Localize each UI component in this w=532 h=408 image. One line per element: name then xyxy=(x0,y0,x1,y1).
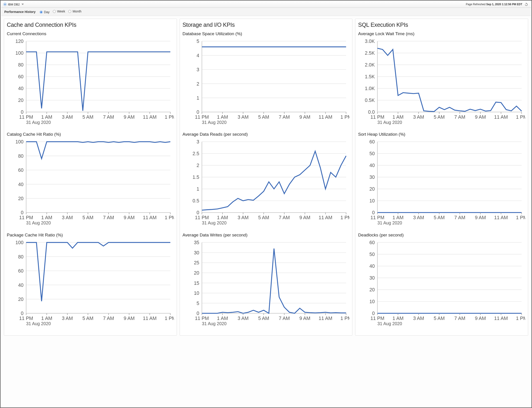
svg-text:9 AM: 9 AM xyxy=(475,114,486,120)
svg-text:40: 40 xyxy=(18,86,24,91)
svg-text:31 Aug 2020: 31 Aug 2020 xyxy=(26,220,51,225)
chart-block-catalog_hit: Catalog Cache Hit Ratio (%)0204060801001… xyxy=(7,132,174,228)
svg-text:11 AM: 11 AM xyxy=(319,114,332,120)
period-radio-week[interactable]: Week xyxy=(53,9,65,13)
chart-block-curr_conn: Current Connections02040608010012011 PM1… xyxy=(7,31,174,128)
svg-text:1 PM: 1 PM xyxy=(516,114,525,120)
svg-text:11 AM: 11 AM xyxy=(494,215,508,220)
filter-label: Performance History xyxy=(4,10,36,14)
svg-text:9 AM: 9 AM xyxy=(124,114,135,120)
chart-block-db_space: Database Space Utilization (%)01234511 P… xyxy=(183,31,350,128)
chart-title: Average Data Writes (per second) xyxy=(183,233,350,238)
svg-text:3 AM: 3 AM xyxy=(413,215,424,220)
top-bar: IBM DB2 Page Refreshed Sep 1, 2020 1:12:… xyxy=(1,1,531,8)
svg-text:100: 100 xyxy=(16,240,24,245)
svg-text:1: 1 xyxy=(196,95,199,101)
chart-title: Catalog Cache Hit Ratio (%) xyxy=(7,132,174,137)
svg-text:5: 5 xyxy=(196,39,199,44)
svg-text:1 AM: 1 AM xyxy=(217,316,228,321)
chart-title: Current Connections xyxy=(7,31,174,36)
svg-text:9 AM: 9 AM xyxy=(299,215,310,220)
svg-text:10: 10 xyxy=(194,290,199,296)
chart-curr_conn: 02040608010012011 PM1 AM3 AM5 AM7 AM9 AM… xyxy=(7,38,174,128)
period-radio-day[interactable]: Day xyxy=(40,10,50,14)
svg-text:7 AM: 7 AM xyxy=(279,316,290,321)
svg-text:1 AM: 1 AM xyxy=(392,316,404,321)
svg-text:35: 35 xyxy=(194,240,199,245)
radio-icon xyxy=(68,10,71,13)
svg-text:40: 40 xyxy=(18,282,24,288)
svg-text:11 AM: 11 AM xyxy=(143,215,157,220)
svg-text:1 AM: 1 AM xyxy=(41,215,52,220)
svg-text:3 AM: 3 AM xyxy=(237,114,249,120)
refresh-time: Sep 1, 2020 1:12:56 PM EDT xyxy=(486,3,522,6)
svg-text:40: 40 xyxy=(18,182,24,187)
svg-text:20: 20 xyxy=(194,270,199,276)
radio-label: Week xyxy=(57,9,65,13)
target-selector[interactable]: IBM DB2 xyxy=(3,3,24,6)
svg-text:20: 20 xyxy=(369,287,375,292)
radio-label: Month xyxy=(73,9,81,13)
svg-text:2.5K: 2.5K xyxy=(365,50,375,56)
svg-text:1 AM: 1 AM xyxy=(217,114,228,120)
svg-text:60: 60 xyxy=(18,168,24,173)
svg-text:9 AM: 9 AM xyxy=(475,215,486,220)
svg-text:11 PM: 11 PM xyxy=(371,114,385,120)
chart-block-lock_wait: Average Lock Wait Time (ms)0.00.5K1.0K1.… xyxy=(358,31,525,128)
svg-text:20: 20 xyxy=(18,297,24,302)
svg-text:5 AM: 5 AM xyxy=(258,215,269,220)
chevron-down-icon xyxy=(22,4,24,5)
svg-text:3 AM: 3 AM xyxy=(413,316,424,321)
svg-text:11 PM: 11 PM xyxy=(195,215,209,220)
svg-text:9 AM: 9 AM xyxy=(299,114,310,120)
svg-text:3 AM: 3 AM xyxy=(237,215,249,220)
svg-text:80: 80 xyxy=(18,254,24,259)
panel-title: Storage and I/O KPIs xyxy=(183,22,350,28)
svg-text:10: 10 xyxy=(369,198,375,204)
chart-title: Database Space Utilization (%) xyxy=(183,31,350,36)
panel-title: SQL Execution KPIs xyxy=(358,22,525,28)
svg-text:80: 80 xyxy=(18,62,24,68)
svg-text:7 AM: 7 AM xyxy=(103,215,114,220)
svg-text:15: 15 xyxy=(194,280,199,286)
panel-title: Cache and Connection KPIs xyxy=(7,22,174,28)
chart-block-avg_writes: Average Data Writes (per second)05101520… xyxy=(183,233,350,329)
refresh-icon[interactable] xyxy=(524,2,529,7)
svg-text:1 PM: 1 PM xyxy=(340,114,349,120)
chart-title: Sort Heap Utilization (%) xyxy=(358,132,525,137)
radio-icon xyxy=(53,10,56,13)
panel: SQL Execution KPIsAverage Lock Wait Time… xyxy=(355,19,528,336)
svg-text:100: 100 xyxy=(16,50,24,56)
svg-text:11 AM: 11 AM xyxy=(319,215,332,220)
svg-text:1 AM: 1 AM xyxy=(217,215,228,220)
svg-text:20: 20 xyxy=(369,187,375,192)
svg-text:20: 20 xyxy=(18,98,24,103)
svg-text:31 Aug 2020: 31 Aug 2020 xyxy=(378,220,402,225)
svg-text:1 AM: 1 AM xyxy=(392,114,404,120)
svg-text:7 AM: 7 AM xyxy=(103,114,114,120)
svg-text:5 AM: 5 AM xyxy=(83,215,94,220)
chart-title: Average Data Reads (per second) xyxy=(183,132,350,137)
svg-text:11 PM: 11 PM xyxy=(19,316,33,321)
svg-text:31 Aug 2020: 31 Aug 2020 xyxy=(26,321,51,326)
svg-text:11 PM: 11 PM xyxy=(371,215,385,220)
svg-text:30: 30 xyxy=(369,275,375,281)
chart-block-pkg_hit: Package Cache Hit Ratio (%)0204060801001… xyxy=(7,233,174,329)
svg-text:1 AM: 1 AM xyxy=(392,215,404,220)
svg-text:25: 25 xyxy=(194,260,199,265)
svg-text:2.0K: 2.0K xyxy=(365,62,375,68)
svg-text:30: 30 xyxy=(369,175,375,180)
svg-text:1 AM: 1 AM xyxy=(41,114,52,120)
svg-text:7 AM: 7 AM xyxy=(454,316,466,321)
page-refreshed: Page Refreshed Sep 1, 2020 1:12:56 PM ED… xyxy=(466,2,529,7)
refresh-prefix: Page Refreshed xyxy=(466,3,485,6)
panel: Storage and I/O KPIsDatabase Space Utili… xyxy=(180,19,353,336)
svg-text:1.5K: 1.5K xyxy=(365,74,375,79)
svg-text:1 PM: 1 PM xyxy=(165,114,174,120)
svg-text:2: 2 xyxy=(196,163,199,168)
svg-text:2: 2 xyxy=(196,81,199,87)
chart-title: Average Lock Wait Time (ms) xyxy=(358,31,525,36)
svg-text:40: 40 xyxy=(369,264,375,269)
period-radio-month[interactable]: Month xyxy=(68,9,81,13)
chart-deadlocks: 010203040506011 PM1 AM3 AM5 AM7 AM9 AM11… xyxy=(358,239,525,329)
